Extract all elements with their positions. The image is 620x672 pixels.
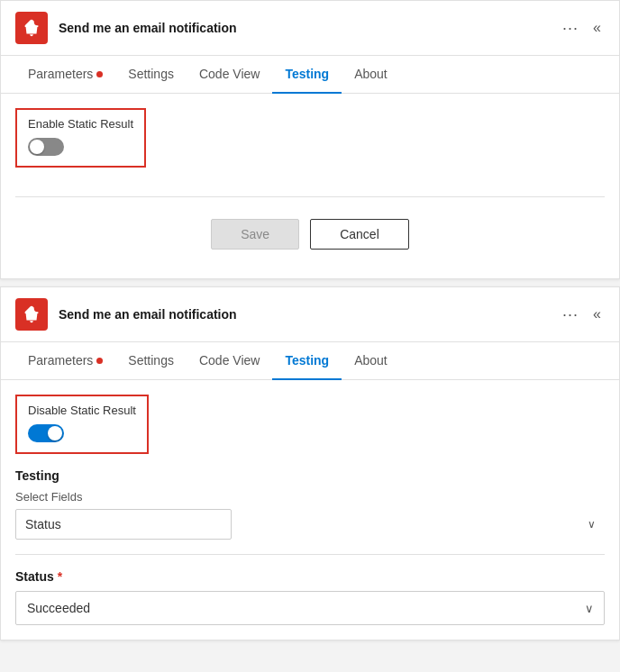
tab-parameters-2[interactable]: Parameters xyxy=(15,342,115,380)
card-1-title: Send me an email notification xyxy=(59,21,548,35)
card-2-header: Send me an email notification ··· « xyxy=(1,287,619,342)
card-1-tab-bar: Parameters Settings Code View Testing Ab… xyxy=(1,56,619,94)
testing-section-title: Testing xyxy=(15,468,605,483)
required-asterisk: * xyxy=(58,569,62,584)
button-row-1: Save Cancel xyxy=(15,212,605,264)
collapse-button[interactable]: « xyxy=(589,18,605,38)
tab-dot-parameters-2 xyxy=(96,358,103,364)
tab-codeview-2[interactable]: Code View xyxy=(187,342,272,380)
select-fields-wrapper: Status xyxy=(15,509,605,540)
card-2-tab-bar: Parameters Settings Code View Testing Ab… xyxy=(1,342,619,380)
tab-settings-1[interactable]: Settings xyxy=(115,56,187,94)
toggle-track-2[interactable] xyxy=(28,424,64,442)
tab-testing-1[interactable]: Testing xyxy=(272,56,342,94)
divider-2 xyxy=(15,554,605,555)
tab-dot-parameters-1 xyxy=(96,71,103,77)
card-1: Send me an email notification ··· « Para… xyxy=(0,0,620,279)
svg-point-0 xyxy=(34,19,41,25)
toggle-label-2: Disable Static Result xyxy=(28,404,136,417)
chevron-left-icon: « xyxy=(593,20,601,36)
card-2-actions: ··· « xyxy=(559,304,605,326)
card-1-body: Enable Static Result Save Cancel xyxy=(1,94,619,278)
card-2: Send me an email notification ··· « Para… xyxy=(0,286,620,640)
toggle-track-1[interactable] xyxy=(28,138,64,156)
tab-about-1[interactable]: About xyxy=(342,56,400,94)
divider-1 xyxy=(15,196,605,197)
collapse-button-2[interactable]: « xyxy=(589,304,605,324)
svg-point-1 xyxy=(34,305,41,312)
toggle-label-1: Enable Static Result xyxy=(28,117,133,131)
card-2-title: Send me an email notification xyxy=(59,307,548,322)
status-label: Status * xyxy=(15,569,605,584)
tab-codeview-1[interactable]: Code View xyxy=(187,56,272,94)
card-2-body: Disable Static Result Testing Select Fie… xyxy=(1,380,619,640)
notification-icon-2 xyxy=(15,298,48,331)
tab-settings-2[interactable]: Settings xyxy=(115,342,187,380)
status-dropdown[interactable]: Succeeded xyxy=(15,591,605,625)
more-options-button-2[interactable]: ··· xyxy=(559,304,582,326)
status-section: Status * Succeeded xyxy=(15,569,605,625)
enable-static-result-section: Enable Static Result xyxy=(15,108,146,168)
dots-icon: ··· xyxy=(562,19,579,38)
cancel-button-1[interactable]: Cancel xyxy=(310,219,409,250)
select-fields-label: Select Fields xyxy=(15,490,605,504)
enable-static-toggle[interactable] xyxy=(28,138,64,156)
chevron-left-icon-2: « xyxy=(593,306,601,322)
toggle-thumb-1 xyxy=(30,140,44,154)
toggle-thumb-2 xyxy=(48,426,62,440)
save-button-1: Save xyxy=(211,219,299,250)
card-1-header: Send me an email notification ··· « xyxy=(1,1,619,56)
more-options-button[interactable]: ··· xyxy=(559,17,582,40)
tab-testing-2[interactable]: Testing xyxy=(272,342,342,380)
card-1-actions: ··· « xyxy=(559,17,605,40)
dots-icon-2: ··· xyxy=(562,305,579,324)
notification-icon xyxy=(15,12,48,44)
disable-static-toggle[interactable] xyxy=(28,424,64,442)
select-fields-dropdown[interactable]: Status xyxy=(15,509,232,540)
disable-static-result-section: Disable Static Result xyxy=(15,395,149,454)
tab-parameters-1[interactable]: Parameters xyxy=(15,56,115,94)
status-select-wrapper: Succeeded xyxy=(15,591,605,625)
tab-about-2[interactable]: About xyxy=(342,342,400,380)
